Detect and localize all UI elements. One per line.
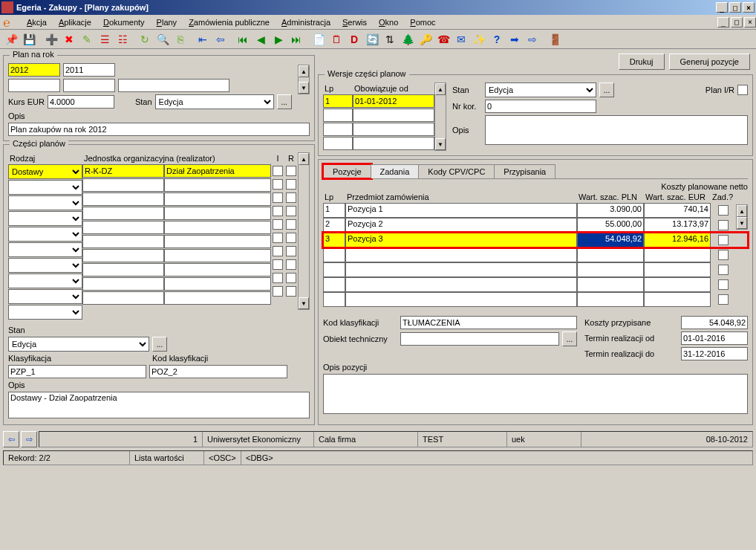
scroll-down-icon[interactable]: ▼ — [299, 82, 309, 94]
scroll-up-icon[interactable]: ▲ — [435, 83, 446, 95]
koszty-przyp-input[interactable] — [681, 316, 748, 329]
nav-fwd-icon[interactable]: ⇨ — [21, 431, 37, 447]
zad-checkbox[interactable] — [718, 250, 729, 260]
menu-serwis[interactable]: Serwis — [336, 16, 373, 28]
menu-aplikacje[interactable]: Aplikacje — [53, 16, 97, 28]
jed2-input-2[interactable] — [164, 178, 271, 192]
jed2-input[interactable] — [164, 164, 271, 178]
menu-okno[interactable]: Okno — [373, 16, 404, 28]
jed2-input-3[interactable] — [164, 192, 271, 206]
jed2-input-7[interactable] — [164, 249, 271, 262]
tree-icon[interactable]: 🌲 — [400, 31, 416, 48]
generate-button[interactable]: Generuj pozycje — [669, 54, 751, 70]
r-checkbox[interactable] — [286, 192, 296, 203]
r-checkbox[interactable] — [286, 273, 296, 283]
nav-last-icon[interactable]: ⇨ — [524, 31, 541, 48]
rodzaj-select-10[interactable] — [8, 305, 82, 320]
add-icon[interactable]: ➕ — [43, 31, 59, 48]
pln-cell[interactable]: 55.000,00 — [577, 218, 644, 233]
rodzaj-select-4[interactable] — [8, 211, 82, 226]
kodklas-input[interactable] — [149, 365, 287, 378]
save-icon[interactable]: 💾 — [21, 31, 37, 48]
rodzaj-select-2[interactable] — [8, 180, 82, 195]
stan-lookup-button[interactable]: ... — [277, 94, 292, 109]
lp-cell[interactable]: 3 — [323, 233, 345, 248]
edit-icon[interactable]: ✎ — [79, 31, 95, 48]
rec-first-icon[interactable]: ⏮ — [235, 31, 251, 48]
zad-checkbox[interactable] — [718, 235, 729, 245]
jed1-input-7[interactable] — [82, 249, 164, 262]
refresh-icon[interactable]: ↻ — [137, 31, 153, 48]
scroll-down-icon[interactable]: ▼ — [737, 217, 747, 229]
wersje-lp-input-3[interactable] — [323, 123, 353, 136]
jed1-input-6[interactable] — [82, 235, 164, 248]
termin-do-input[interactable] — [681, 347, 748, 360]
zad-checkbox[interactable] — [718, 294, 729, 305]
tab-pozycje[interactable]: Pozycje — [323, 164, 371, 178]
exit-icon[interactable]: 🚪 — [547, 31, 563, 48]
jed1-input-5[interactable] — [82, 221, 164, 234]
r-checkbox[interactable] — [286, 206, 296, 216]
jed1-input-3[interactable] — [82, 192, 164, 206]
rodzaj-select-5[interactable] — [8, 227, 82, 242]
menu-pomoc[interactable]: Pomoc — [404, 16, 441, 28]
list2-icon[interactable]: ☷ — [114, 31, 131, 48]
scroll-up-icon[interactable]: ▲ — [299, 153, 309, 165]
kurs-input[interactable] — [48, 95, 114, 109]
i-checkbox[interactable] — [273, 246, 283, 256]
zad-checkbox[interactable] — [718, 279, 729, 290]
i-checkbox[interactable] — [273, 166, 283, 176]
menu-administracja[interactable]: Administracja — [276, 16, 336, 28]
nav-prev-icon[interactable]: ⇦ — [212, 31, 229, 48]
czesci-stan-select[interactable]: Edycja — [8, 337, 149, 352]
wersje-obow-input-4[interactable] — [353, 137, 434, 150]
table-row[interactable] — [323, 248, 748, 262]
i-checkbox[interactable] — [273, 259, 283, 270]
mdi-minimize-button[interactable]: _ — [717, 17, 729, 28]
scroll-down-icon[interactable]: ▼ — [299, 297, 309, 309]
obiekt-lookup-button[interactable]: ... — [562, 331, 577, 346]
rec-last-icon[interactable]: ⏭ — [288, 31, 304, 48]
lp-cell[interactable]: 1 — [323, 203, 345, 218]
nrkor-input[interactable] — [485, 100, 596, 113]
wersje-stan-select[interactable]: Edycja — [485, 82, 596, 97]
jed1-input-4[interactable] — [82, 207, 164, 220]
tab-kody[interactable]: Kody CPV/CPC — [418, 164, 495, 178]
rec-next-icon[interactable]: ▶ — [270, 31, 287, 48]
kodklas-input[interactable] — [400, 316, 577, 329]
rodzaj-select-7[interactable] — [8, 258, 82, 273]
jed2-input-9[interactable] — [164, 277, 271, 291]
wersje-lp-input-2[interactable] — [323, 109, 353, 122]
aux-input[interactable] — [118, 79, 229, 92]
rodzaj-select-3[interactable] — [8, 195, 82, 210]
r-checkbox[interactable] — [286, 246, 296, 256]
jed2-input-4[interactable] — [164, 207, 271, 220]
rodzaj-select-8[interactable] — [8, 274, 82, 288]
jed1-input-2[interactable] — [82, 178, 164, 192]
pin-icon[interactable]: 📌 — [3, 31, 19, 48]
nav-next-icon[interactable]: ➡ — [506, 31, 523, 48]
sync-icon[interactable]: 🔄 — [364, 31, 380, 48]
eur-cell[interactable]: 740,14 — [644, 203, 711, 218]
eur-cell[interactable]: 12.946,16 — [644, 233, 711, 248]
table-row-selected[interactable]: 3 Pozycja 3 54.048,92 12.946,16 — [323, 233, 748, 248]
rodzaj-select[interactable]: Dostawy — [8, 164, 82, 179]
print-button[interactable]: Drukuj — [619, 54, 665, 70]
i-checkbox[interactable] — [273, 219, 283, 230]
r-checkbox[interactable] — [286, 219, 296, 230]
jed2-input-8[interactable] — [164, 263, 271, 276]
year-from-input[interactable] — [8, 63, 60, 77]
table-row[interactable] — [323, 292, 748, 307]
wersje-obow-input-2[interactable] — [353, 109, 434, 122]
doc-icon[interactable]: 📄 — [310, 31, 327, 48]
minimize-button[interactable]: _ — [716, 2, 728, 13]
notes-icon[interactable]: 🗒 — [328, 31, 345, 48]
wersje-stan-lookup-button[interactable]: ... — [599, 82, 614, 97]
lp-cell[interactable]: 2 — [323, 218, 345, 233]
i-checkbox[interactable] — [273, 192, 283, 203]
table-row[interactable] — [323, 262, 748, 277]
r-checkbox[interactable] — [286, 179, 296, 190]
scroll-down-icon[interactable]: ▼ — [435, 138, 446, 150]
mdi-close-button[interactable]: × — [744, 17, 756, 28]
year-to-input[interactable] — [63, 63, 115, 77]
